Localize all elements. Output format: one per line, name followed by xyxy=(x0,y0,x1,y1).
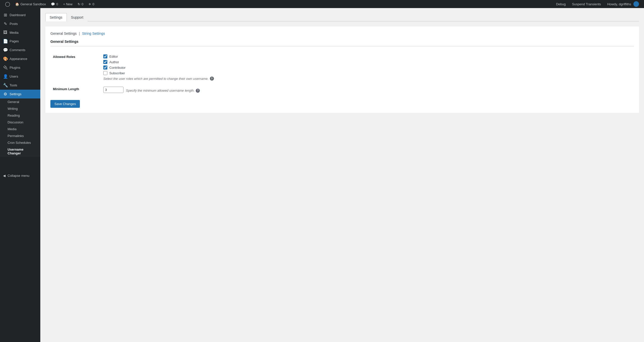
sidebar-sub-media[interactable]: Media xyxy=(0,126,40,132)
collapse-icon: ◀ xyxy=(3,174,6,178)
role-author-row: Author xyxy=(103,60,631,64)
sidebar-sub-general[interactable]: General xyxy=(0,98,40,105)
avatar xyxy=(633,1,639,7)
site-icon: 🏠 xyxy=(15,2,19,6)
wordpress-icon: ◯ xyxy=(5,1,10,7)
users-icon: 👤 xyxy=(3,74,8,79)
sidebar-item-label: Posts xyxy=(10,22,18,26)
allowed-roles-help-icon[interactable]: ? xyxy=(210,77,214,81)
sidebar-item-label: Tools xyxy=(10,83,17,87)
sidebar-item-appearance[interactable]: 🎨 Appearance xyxy=(0,54,40,63)
allowed-roles-help: Select the user roles which are permitte… xyxy=(103,77,631,81)
sidebar-item-label: Comments xyxy=(10,48,25,52)
adminbar-debug[interactable]: Debug xyxy=(554,0,568,8)
sidebar-item-settings[interactable]: ⚙ Settings xyxy=(0,90,40,98)
role-editor-label[interactable]: Editor xyxy=(109,55,118,58)
sidebar-item-plugins[interactable]: 🔌 Plugins xyxy=(0,63,40,72)
comments-icon: 💬 xyxy=(51,2,55,6)
minimum-length-label: Minimum Length xyxy=(50,84,101,96)
tools-icon: 🔧 xyxy=(3,83,8,88)
adminbar-logo[interactable]: ◯ xyxy=(3,0,13,8)
minimum-length-help: Specify the minimum allowed username len… xyxy=(126,89,200,93)
pages-icon: 📄 xyxy=(3,39,8,44)
minimum-length-field: Specify the minimum allowed username len… xyxy=(101,84,634,96)
adminbar-user[interactable]: Howdy, dgriffiths xyxy=(605,0,641,8)
role-editor-checkbox[interactable] xyxy=(103,54,107,58)
role-subscriber-row: Subscriber xyxy=(103,71,631,75)
minimum-length-wrap: Specify the minimum allowed username len… xyxy=(103,87,631,93)
sidebar-sub-writing[interactable]: Writing xyxy=(0,105,40,112)
appearance-icon: 🎨 xyxy=(3,56,8,61)
sidebar-item-tools[interactable]: 🔧 Tools xyxy=(0,81,40,90)
sidebar: ⊞ Dashboard ✎ Posts 🖼 Media 📄 Pages 💬 Co… xyxy=(0,8,40,342)
sidebar-sub-discussion[interactable]: Discussion xyxy=(0,119,40,126)
save-button[interactable]: Save Changes xyxy=(50,100,80,108)
settings-table: Allowed Roles Editor Author xyxy=(50,51,634,96)
settings-icon: ⚙ xyxy=(3,92,8,96)
minimum-length-help-icon[interactable]: ? xyxy=(196,89,200,93)
adminbar-new[interactable]: + New xyxy=(60,0,75,8)
adminbar-site[interactable]: 🏠 General Sandbox xyxy=(13,0,48,8)
collapse-label: Collapse menu xyxy=(8,174,29,178)
media-icon: 🖼 xyxy=(3,30,8,35)
sidebar-sub-reading[interactable]: Reading xyxy=(0,112,40,119)
breadcrumb-general: General Settings xyxy=(50,31,77,36)
updates-icon: ↻ xyxy=(78,2,80,6)
suspend-label: Suspend Transients xyxy=(572,2,601,6)
role-contributor-checkbox[interactable] xyxy=(103,65,107,70)
tab-support[interactable]: Support xyxy=(67,13,88,21)
settings-submenu: General Writing Reading Discussion Media… xyxy=(0,98,40,157)
minimum-length-help-text: Specify the minimum allowed username len… xyxy=(126,89,195,92)
minimum-length-row: Minimum Length Specify the minimum allow… xyxy=(50,84,634,96)
allowed-roles-label: Allowed Roles xyxy=(50,51,101,84)
sidebar-item-pages[interactable]: 📄 Pages xyxy=(0,37,40,46)
role-editor-row: Editor xyxy=(103,54,631,58)
tab-settings[interactable]: Settings xyxy=(45,13,67,21)
sidebar-item-media[interactable]: 🖼 Media xyxy=(0,28,40,37)
sidebar-sub-permalinks[interactable]: Permalinks xyxy=(0,132,40,139)
tab-nav: Settings Support xyxy=(45,13,639,21)
sidebar-item-label: Appearance xyxy=(10,57,27,61)
sidebar-item-dashboard[interactable]: ⊞ Dashboard xyxy=(0,11,40,19)
sidebar-item-users[interactable]: 👤 Users xyxy=(0,72,40,81)
role-subscriber-checkbox[interactable] xyxy=(103,71,107,75)
allowed-roles-field: Editor Author Contributor xyxy=(101,51,634,84)
sidebar-item-label: Media xyxy=(10,31,18,35)
sidebar-item-label: Plugins xyxy=(10,66,20,70)
comments-icon: 💬 xyxy=(3,48,8,52)
breadcrumb-string[interactable]: String Settings xyxy=(82,31,105,36)
sidebar-item-label: Pages xyxy=(10,39,19,43)
collapse-menu[interactable]: ◀ Collapse menu xyxy=(0,172,40,180)
activity-count: 0 xyxy=(92,2,94,6)
sidebar-item-posts[interactable]: ✎ Posts xyxy=(0,19,40,28)
sidebar-sub-cron-schedules[interactable]: Cron Schedules xyxy=(0,139,40,146)
settings-container: General Settings | String Settings Gener… xyxy=(45,26,639,113)
section-title: General Settings xyxy=(50,40,634,46)
plugins-icon: 🔌 xyxy=(3,65,8,70)
activity-icon: ✈ xyxy=(88,2,91,6)
sidebar-sub-username-changer[interactable]: Username Changer xyxy=(0,146,40,157)
minimum-length-input[interactable] xyxy=(103,87,123,93)
comments-count: 0 xyxy=(56,2,58,6)
adminbar-comments[interactable]: 💬 0 xyxy=(48,0,60,8)
main-content: Settings Support General Settings | Stri… xyxy=(40,8,644,342)
breadcrumb: General Settings | String Settings xyxy=(50,31,634,36)
role-subscriber-label[interactable]: Subscriber xyxy=(109,71,125,75)
new-label: + New xyxy=(63,2,72,6)
adminbar-activity[interactable]: ✈ 0 xyxy=(86,0,97,8)
sidebar-item-label: Dashboard xyxy=(10,13,26,17)
sidebar-item-label: Users xyxy=(10,75,18,78)
adminbar-updates[interactable]: ↻ 0 xyxy=(75,0,86,8)
allowed-roles-help-text: Select the user roles which are permitte… xyxy=(103,77,209,81)
posts-icon: ✎ xyxy=(3,21,8,26)
role-contributor-label[interactable]: Contributor xyxy=(109,66,125,70)
role-author-label[interactable]: Author xyxy=(109,60,119,64)
updates-count: 0 xyxy=(82,2,83,6)
sidebar-item-label: Settings xyxy=(10,92,21,96)
howdy-label: Howdy, dgriffiths xyxy=(607,2,631,6)
sidebar-item-comments[interactable]: 💬 Comments xyxy=(0,46,40,54)
adminbar-suspend[interactable]: Suspend Transients xyxy=(569,0,603,8)
role-author-checkbox[interactable] xyxy=(103,60,107,64)
dashboard-icon: ⊞ xyxy=(3,13,8,17)
site-name: General Sandbox xyxy=(20,2,46,6)
